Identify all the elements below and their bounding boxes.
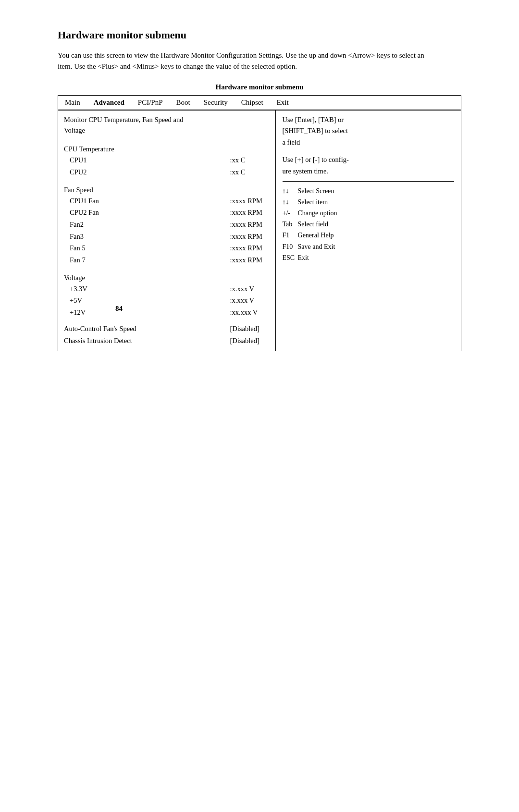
fan5-label: Fan 5 [70,242,226,254]
fan7-value: :xxxx RPM [226,254,270,266]
key-esc-desc: Exit [298,252,309,263]
fan2-value: :xxxx RPM [226,219,270,231]
content-row: Monitor CPU Temperature, Fan Speed and V… [58,110,461,351]
help-line1: Use [Enter], [TAB] or [283,114,454,126]
key-arrows-screen: ↑↓ [283,185,296,197]
chassis-label: Chassis Intrusion Detect [64,335,226,347]
key-f10-desc: Save and Exit [298,241,335,252]
help-line3: a field [283,137,454,148]
key-change-option-desc: Change option [298,208,337,219]
right-panel: Use [Enter], [TAB] or [SHIFT_TAB] to sel… [276,111,461,351]
cpu1-label: CPU1 [70,154,226,166]
nav-item-pciplnp[interactable]: PCI/PnP [131,96,170,110]
key-change-option: +/- Change option [283,208,454,219]
fan5-value: :xxxx RPM [226,242,270,254]
nav-item-main[interactable]: Main [58,96,87,110]
auto-fan-label: Auto-Control Fan's Speed [64,323,226,335]
v12-row: +12V :xx.xxx V [64,307,270,319]
fan2-label: Fan2 [70,219,226,231]
cpu1fan-row: CPU1 Fan :xxxx RPM [64,195,270,207]
left-panel: Monitor CPU Temperature, Fan Speed and V… [58,111,276,351]
key-select-item-desc: Select item [298,197,328,208]
chassis-value: [Disabled] [226,335,270,347]
cpu2fan-label: CPU2 Fan [70,207,226,219]
v5-value: :x.xxx V [226,295,270,307]
cpu1fan-label: CPU1 Fan [70,195,226,207]
key-tab-label: Tab [283,219,296,230]
key-select-screen-desc: Select Screen [298,185,334,197]
fan2-row: Fan2 :xxxx RPM [64,219,270,231]
key-arrows-item: ↑↓ [283,197,296,208]
v33-value: :x.xxx V [226,283,270,295]
cpu1fan-value: :xxxx RPM [226,195,270,207]
voltage-header: Voltage [64,274,270,282]
v33-label: +3.3V [70,283,226,295]
bios-table: Main Advanced PCI/PnP Boot Security Chip… [58,95,461,351]
key-select-item: ↑↓ Select item [283,197,454,208]
key-select-screen: ↑↓ Select Screen [283,185,454,197]
v33-row: +3.3V :x.xxx V [64,283,270,295]
nav-item-advanced[interactable]: Advanced [87,96,131,110]
help-line5: Use [+] or [-] to config- [283,154,454,166]
v12-value: :xx.xxx V [226,307,270,319]
auto-fan-value: [Disabled] [226,323,270,335]
help-line2: [SHIFT_TAB] to select [283,125,454,137]
fan3-row: Fan3 :xxxx RPM [64,231,270,243]
help-text: Use [Enter], [TAB] or [SHIFT_TAB] to sel… [283,114,454,182]
cpu2-row: CPU2 :xx C [64,166,270,178]
page-title: Hardware monitor submenu [58,29,461,41]
page-description: You can use this screen to view the Hard… [58,50,432,73]
cpu2fan-value: :xxxx RPM [226,207,270,219]
key-f10-label: F10 [283,241,296,252]
chassis-row: Chassis Intrusion Detect [Disabled] [64,335,270,347]
cpu2-value: :xx C [226,166,270,178]
key-tab: Tab Select field [283,219,454,230]
nav-item-security[interactable]: Security [197,96,235,110]
cpu1-row: CPU1 :xx C [64,154,270,166]
key-tab-desc: Select field [298,219,328,230]
help-line6: ure system time. [283,166,454,177]
fan7-label: Fan 7 [70,254,226,266]
key-shortcuts: ↑↓ Select Screen ↑↓ Select item +/- Chan… [283,185,454,263]
key-f10: F10 Save and Exit [283,241,454,252]
nav-row: Main Advanced PCI/PnP Boot Security Chip… [58,95,461,110]
page-number: 84 [115,305,123,313]
fan7-row: Fan 7 :xxxx RPM [64,254,270,266]
cpu-temp-header: CPU Temperature [64,145,270,153]
nav-bar: Main Advanced PCI/PnP Boot Security Chip… [58,96,461,110]
cpu2-label: CPU2 [70,166,226,178]
nav-item-exit[interactable]: Exit [270,96,296,110]
monitor-label: Monitor CPU Temperature, Fan Speed and V… [64,114,270,136]
key-esc-label: ESC [283,252,296,263]
nav-item-boot[interactable]: Boot [170,96,197,110]
v12-label: +12V [70,307,226,319]
fan-speed-header: Fan Speed [64,186,270,194]
cpu1-value: :xx C [226,154,270,166]
v5-label: +5V [70,295,226,307]
key-plus-minus: +/- [283,208,296,219]
key-f1: F1 General Help [283,230,454,241]
fan3-value: :xxxx RPM [226,231,270,243]
key-f1-desc: General Help [298,230,334,241]
nav-item-chipset[interactable]: Chipset [235,96,270,110]
cpu2fan-row: CPU2 Fan :xxxx RPM [64,207,270,219]
fan3-label: Fan3 [70,231,226,243]
v5-row: +5V :x.xxx V [64,295,270,307]
key-esc: ESC Exit [283,252,454,263]
key-f1-label: F1 [283,230,296,241]
bios-body: Monitor CPU Temperature, Fan Speed and V… [58,111,461,351]
fan5-row: Fan 5 :xxxx RPM [64,242,270,254]
submenu-label: Hardware monitor submenu [58,83,461,91]
auto-fan-row: Auto-Control Fan's Speed [Disabled] [64,323,270,335]
